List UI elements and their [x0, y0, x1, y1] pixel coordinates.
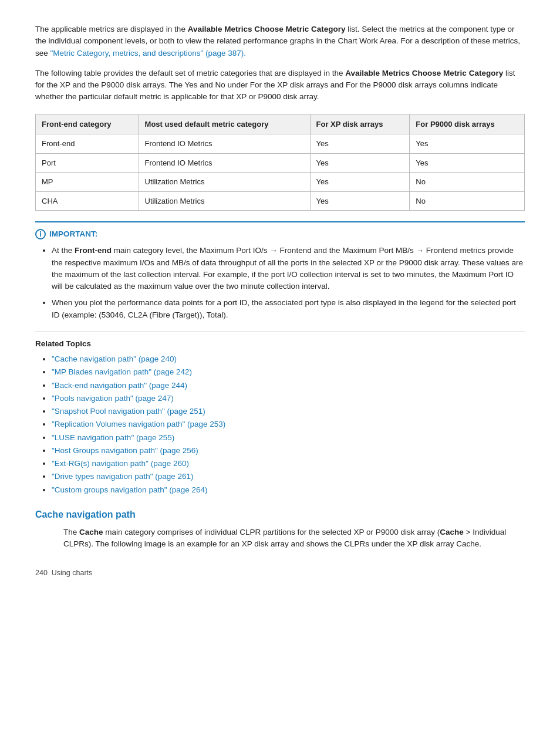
col-header-xp: For XP disk arrays	[310, 114, 410, 134]
cache-section-body: The Cache main category comprises of ind…	[63, 526, 525, 551]
intro-para2: The following table provides the default…	[35, 67, 525, 103]
important-bullets: At the Front-end main category level, th…	[35, 245, 525, 321]
table-cell: Yes	[310, 153, 410, 173]
table-row: PortFrontend IO MetricsYesYes	[36, 153, 525, 173]
related-link-item: "Custom groups navigation path" (page 26…	[52, 484, 525, 496]
important-bullet-1: At the Front-end main category level, th…	[52, 245, 525, 292]
table-cell: Yes	[410, 153, 525, 173]
related-link-item: "Back-end navigation path" (page 244)	[52, 380, 525, 391]
table-cell: Port	[36, 153, 139, 173]
table-cell: Yes	[310, 134, 410, 154]
intro-text-before-bold: The applicable metrics are displayed in …	[35, 25, 188, 33]
related-links-list: "Cache navigation path" (page 240)"MP Bl…	[35, 353, 525, 496]
important-title: IMPORTANT:	[49, 228, 97, 240]
metrics-table: Front-end category Most used default met…	[35, 114, 525, 211]
table-cell: Front-end	[36, 134, 139, 154]
related-link[interactable]: "Back-end navigation path" (page 244)	[52, 381, 187, 390]
related-link[interactable]: "Ext-RG(s) navigation path" (page 260)	[52, 459, 189, 468]
table-row: CHAUtilization MetricsYesNo	[36, 191, 525, 211]
important-bullet-2: When you plot the performance data point…	[52, 297, 525, 321]
metric-category-link[interactable]: "Metric Category, metrics, and descripti…	[50, 49, 246, 58]
intro-bold-1: Available Metrics Choose Metric Category	[188, 25, 346, 33]
related-link[interactable]: "Host Groups navigation path" (page 256)	[52, 446, 198, 455]
related-link[interactable]: "Custom groups navigation path" (page 26…	[52, 485, 208, 494]
related-link-item: "Ext-RG(s) navigation path" (page 260)	[52, 458, 525, 470]
table-cell: MP	[36, 173, 139, 192]
related-topics-title: Related Topics	[35, 338, 525, 350]
table-cell: No	[410, 173, 525, 192]
cache-section-heading[interactable]: Cache navigation path	[35, 508, 525, 522]
intro-para1: The applicable metrics are displayed in …	[35, 23, 525, 59]
table-row: MPUtilization MetricsYesNo	[36, 173, 525, 192]
related-link[interactable]: "Replication Volumes navigation path" (p…	[52, 420, 225, 428]
table-row: Front-endFrontend IO MetricsYesYes	[36, 134, 525, 154]
page-number: 240	[35, 569, 48, 577]
related-link[interactable]: "LUSE navigation path" (page 255)	[52, 433, 174, 442]
table-cell: Yes	[310, 191, 410, 211]
table-cell: Utilization Metrics	[139, 191, 310, 211]
col-header-frontend-category: Front-end category	[36, 114, 139, 134]
col-header-most-used: Most used default metric category	[139, 114, 310, 134]
related-link-item: "Host Groups navigation path" (page 256)	[52, 445, 525, 457]
related-link[interactable]: "MP Blades navigation path" (page 242)	[52, 367, 192, 376]
table-cell: Frontend IO Metrics	[139, 153, 310, 173]
cache-bold-1: Cache	[79, 528, 103, 536]
important-label: i IMPORTANT:	[35, 228, 525, 240]
table-cell: Frontend IO Metrics	[139, 134, 310, 154]
front-end-bold: Front-end	[75, 246, 112, 255]
table-cell: Yes	[410, 134, 525, 154]
cache-section: Cache navigation path The Cache main cat…	[35, 508, 525, 551]
related-link-item: "MP Blades navigation path" (page 242)	[52, 366, 525, 378]
table-cell: No	[410, 191, 525, 211]
important-icon: i	[35, 229, 46, 239]
footer-label: Using charts	[52, 569, 92, 577]
related-link-item: "Cache navigation path" (page 240)	[52, 353, 525, 365]
page-footer: 240 Using charts	[35, 568, 525, 579]
table-body: Front-endFrontend IO MetricsYesYesPortFr…	[36, 134, 525, 211]
related-topics-section: Related Topics "Cache navigation path" (…	[35, 332, 525, 496]
related-link[interactable]: "Cache navigation path" (page 240)	[52, 355, 177, 363]
cache-body-text: The Cache main category comprises of ind…	[63, 526, 525, 551]
intro-bold-2: Available Metrics Choose Metric Category	[345, 69, 503, 77]
related-link-item: "Pools navigation path" (page 247)	[52, 393, 525, 404]
table-header-row: Front-end category Most used default met…	[36, 114, 525, 134]
related-link[interactable]: "Drive types navigation path" (page 261)	[52, 472, 193, 481]
related-link-item: "Snapshot Pool navigation path" (page 25…	[52, 406, 525, 417]
col-header-p9000: For P9000 disk arrays	[410, 114, 525, 134]
cache-bold-2: Cache	[440, 528, 464, 536]
important-box: i IMPORTANT: At the Front-end main categ…	[35, 221, 525, 321]
related-link[interactable]: "Snapshot Pool navigation path" (page 25…	[52, 407, 205, 416]
intro-para2-before: The following table provides the default…	[35, 69, 345, 77]
related-link-item: "Replication Volumes navigation path" (p…	[52, 418, 525, 430]
related-link-item: "Drive types navigation path" (page 261)	[52, 471, 525, 482]
related-link-item: "LUSE navigation path" (page 255)	[52, 432, 525, 444]
related-link[interactable]: "Pools navigation path" (page 247)	[52, 394, 174, 403]
table-cell: Utilization Metrics	[139, 173, 310, 192]
table-cell: CHA	[36, 191, 139, 211]
table-cell: Yes	[310, 173, 410, 192]
